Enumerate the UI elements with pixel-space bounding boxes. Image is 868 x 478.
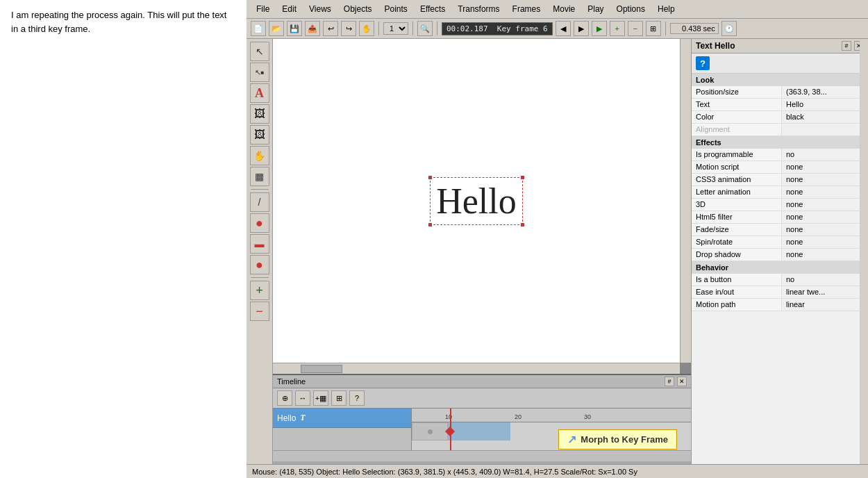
menu-options[interactable]: Options — [611, 3, 651, 15]
prop-color: Color black — [692, 111, 868, 124]
v-scrollbar[interactable] — [680, 39, 691, 363]
circle2-tool[interactable]: ● — [250, 255, 269, 274]
ellipse-tool[interactable]: ● — [250, 213, 269, 233]
prop-letter-animation-value[interactable]: none — [782, 186, 868, 198]
prop-motion-path-name: Motion path — [692, 299, 782, 311]
corner-tr — [521, 176, 524, 179]
tool-sep2 — [251, 277, 269, 278]
center-area: Hello Timeline # — [273, 39, 691, 464]
text-tool[interactable]: A — [250, 83, 269, 103]
help-icon[interactable]: ? — [696, 56, 710, 70]
export-button[interactable]: 📤 — [305, 21, 320, 36]
ruler-mark-30: 30 — [584, 413, 591, 420]
corner-tl — [428, 176, 432, 179]
morph-tooltip: ↗ Morph to Key Frame — [558, 429, 677, 450]
prop-spin-rotate-value[interactable]: none — [782, 236, 868, 248]
tl-help[interactable]: ? — [349, 390, 365, 406]
instruction-panel: I am repeating the process again. This w… — [0, 0, 247, 478]
menu-transforms[interactable]: Transforms — [452, 3, 505, 15]
prop-color-value[interactable]: black — [782, 111, 868, 123]
prev-frame-button[interactable]: ◀ — [556, 21, 571, 36]
menu-help[interactable]: Help — [652, 3, 681, 15]
timeline-toolbar: ⊕ ↔ +▦ ⊞ ? — [273, 388, 691, 409]
prop-css3-animation: CSS3 animation none — [692, 174, 868, 186]
menu-points[interactable]: Points — [379, 3, 413, 15]
panel-pin-button[interactable]: # — [842, 41, 851, 51]
timeline-pin-button[interactable]: # — [665, 377, 674, 386]
zoom-select[interactable]: 1x2x0.5x — [383, 22, 408, 35]
prop-3d-value[interactable]: none — [782, 199, 868, 211]
prop-css3-animation-value[interactable]: none — [782, 174, 868, 186]
add-tool[interactable]: + — [250, 281, 269, 300]
menu-play[interactable]: Play — [582, 3, 609, 15]
canvas-container[interactable]: Hello — [273, 39, 691, 374]
prop-3d-name: 3D — [692, 199, 782, 211]
panel-scrollbar[interactable] — [860, 39, 868, 464]
minus-tool[interactable]: − — [250, 302, 269, 321]
prop-alignment: Alignment — [692, 124, 868, 136]
timeline-button[interactable]: ⊞ — [646, 21, 661, 36]
prop-motion-path: Motion path linear — [692, 299, 868, 311]
image2-tool[interactable]: 🖼 — [250, 125, 269, 145]
menu-effects[interactable]: Effects — [415, 3, 451, 15]
sep2 — [412, 22, 413, 35]
open-button[interactable]: 📂 — [269, 21, 284, 36]
timeline-ruler-area[interactable]: 10 20 30 — [412, 409, 691, 450]
new-button[interactable]: 📄 — [251, 21, 266, 36]
timeline-header: Timeline # ✕ — [273, 375, 691, 388]
next-frame-button[interactable]: ▶ — [574, 21, 589, 36]
prop-fade-size-value[interactable]: none — [782, 224, 868, 236]
tl-add-frame[interactable]: +▦ — [313, 390, 328, 406]
pan-button[interactable]: ✋ — [359, 21, 374, 36]
menu-movie[interactable]: Movie — [547, 3, 581, 15]
prop-alignment-value[interactable] — [782, 124, 868, 135]
prop-html5-filter-value[interactable]: none — [782, 211, 868, 223]
prop-position-name: Position/size — [692, 86, 782, 98]
redo-button[interactable]: ↪ — [341, 21, 356, 36]
prop-text: Text Hello — [692, 99, 868, 111]
select-tool[interactable]: ↖ — [250, 42, 269, 61]
prop-position-value[interactable]: (363.9, 38... — [782, 86, 868, 98]
statusbar: Mouse: (418, 535) Object: Hello Selectio… — [247, 464, 868, 478]
clock-button[interactable]: 🕐 — [721, 21, 737, 36]
prop-is-programmable-value[interactable]: no — [782, 149, 868, 160]
prop-text-name: Text — [692, 99, 782, 110]
prop-is-button-value[interactable]: no — [782, 274, 868, 286]
prop-html5-filter: Html5 filter none — [692, 211, 868, 224]
menu-views[interactable]: Views — [303, 3, 337, 15]
timeline-h-scrollbar[interactable] — [273, 450, 691, 461]
prop-motion-path-value[interactable]: linear — [782, 299, 868, 311]
prop-ease-inout-value[interactable]: linear twe... — [782, 286, 868, 298]
play-button[interactable]: ▶ — [592, 21, 607, 36]
prop-motion-script-value[interactable]: none — [782, 161, 868, 173]
duration-display: 0.438 sec — [670, 23, 719, 34]
image-tool[interactable]: 🖼 — [250, 104, 269, 124]
tl-add-object[interactable]: ⊕ — [277, 390, 292, 406]
film-tool[interactable]: ▦ — [250, 167, 269, 186]
prop-spin-rotate: Spin/rotate none — [692, 236, 868, 249]
tl-stretch[interactable]: ↔ — [295, 390, 310, 406]
morph-tool[interactable]: ✋ — [250, 146, 269, 165]
ruler-mark-20: 20 — [515, 413, 521, 420]
menu-objects[interactable]: Objects — [338, 3, 378, 15]
undo-button[interactable]: ↩ — [323, 21, 338, 36]
rect-tool[interactable]: ▬ — [250, 234, 269, 254]
prop-fade-size: Fade/size none — [692, 224, 868, 236]
menu-edit[interactable]: Edit — [276, 3, 302, 15]
save-button[interactable]: 💾 — [287, 21, 302, 36]
prop-text-value[interactable]: Hello — [782, 99, 868, 110]
tl-split[interactable]: ⊞ — [331, 390, 347, 406]
zoom-in-button[interactable]: 🔍 — [417, 21, 433, 36]
prop-drop-shadow: Drop shadow none — [692, 249, 868, 261]
line-tool[interactable]: / — [250, 192, 269, 212]
prop-drop-shadow-value[interactable]: none — [782, 249, 868, 261]
menu-file[interactable]: File — [251, 3, 275, 15]
menu-frames[interactable]: Frames — [507, 3, 546, 15]
track-hello[interactable]: Hello T — [273, 409, 411, 428]
select-node-tool[interactable]: ↖■ — [250, 63, 269, 82]
del-keyframe-button[interactable]: − — [628, 21, 643, 36]
h-scrollbar[interactable] — [273, 363, 680, 374]
timeline-close-button[interactable]: ✕ — [677, 377, 687, 386]
add-keyframe-button[interactable]: + — [610, 21, 625, 36]
prop-ease-inout: Ease in/out linear twe... — [692, 286, 868, 299]
